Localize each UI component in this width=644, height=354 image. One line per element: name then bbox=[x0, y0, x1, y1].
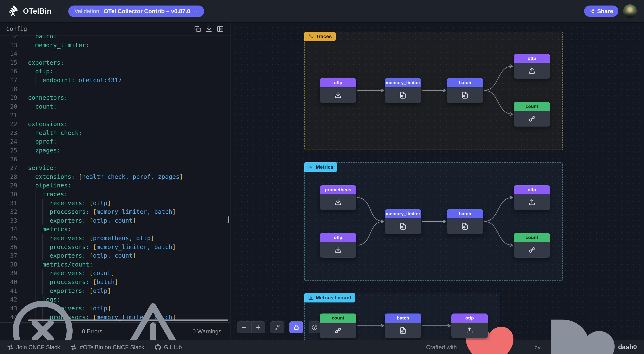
dash0-logo-icon[interactable] bbox=[544, 311, 615, 354]
code-line-36: 36processors: [memory_limiter, batch] bbox=[0, 243, 230, 252]
node-label: batch bbox=[447, 209, 483, 218]
node-label: batch bbox=[385, 313, 421, 322]
code-line-33: 33exporters: [otlp, count] bbox=[0, 216, 230, 225]
code-line-28: 28extensions: [health_check, pprof, zpag… bbox=[0, 173, 230, 181]
share-icon bbox=[590, 9, 594, 14]
dash0-brand-name[interactable]: dash0 bbox=[618, 343, 637, 351]
credit-by: by bbox=[534, 344, 540, 351]
node-receiver-prometheus[interactable]: prometheus bbox=[320, 185, 356, 210]
minus-icon bbox=[241, 324, 247, 330]
node-label: count bbox=[320, 313, 356, 322]
vertical-scrollbar-thumb[interactable] bbox=[228, 216, 229, 223]
download-config-button[interactable] bbox=[205, 26, 212, 33]
inbox-down-icon bbox=[334, 91, 342, 99]
node-connector-count[interactable]: count bbox=[514, 102, 550, 127]
node-label: otlp bbox=[514, 185, 550, 194]
validation-value: OTel Collector Contrib – v0.87.0 bbox=[104, 8, 190, 15]
unplug-icon bbox=[334, 326, 342, 334]
code-line-35: 35receivers: [prometheus, otlp] bbox=[0, 234, 230, 243]
code-line-14: 14 bbox=[0, 50, 230, 59]
file-cog-icon bbox=[399, 326, 407, 334]
node-connector-count[interactable]: count bbox=[514, 233, 550, 258]
code-line-19: 19connectors: bbox=[0, 94, 230, 102]
node-receiver-otlp[interactable]: otlp bbox=[320, 233, 356, 258]
node-label: count bbox=[514, 102, 550, 111]
app-header: OTelBin Validation: OTel Collector Contr… bbox=[0, 0, 644, 23]
join-cncf-slack-link[interactable]: Join CNCF Slack bbox=[7, 344, 60, 351]
code-line-22: 22extensions: bbox=[0, 120, 230, 129]
github-icon bbox=[155, 344, 161, 350]
code-line-39: 39receivers: [count] bbox=[0, 269, 230, 278]
warnings-label: 0 Warnings bbox=[192, 328, 222, 335]
code-line-41: 41exporters: [otlp] bbox=[0, 287, 230, 295]
lock-button[interactable] bbox=[290, 321, 303, 333]
user-avatar[interactable] bbox=[623, 4, 637, 18]
fit-view-button[interactable] bbox=[270, 321, 284, 333]
code-line-21: 21 bbox=[0, 111, 230, 120]
plus-icon bbox=[255, 324, 262, 330]
node-label: otlp bbox=[320, 233, 356, 242]
node-exporter-otlp[interactable]: otlp bbox=[452, 313, 488, 338]
node-connector-count[interactable]: count bbox=[320, 313, 356, 338]
copy-config-button[interactable] bbox=[194, 26, 201, 33]
inbox-down-icon bbox=[334, 198, 342, 206]
collapse-editor-button[interactable] bbox=[216, 26, 224, 33]
app-title: OTelBin bbox=[23, 7, 52, 16]
node-label: batch bbox=[447, 78, 483, 87]
shrink-icon bbox=[274, 324, 280, 330]
header-divider bbox=[60, 6, 60, 17]
tray-up-icon bbox=[466, 326, 474, 334]
code-line-31: 31receivers: [otlp] bbox=[0, 199, 230, 208]
config-editor-panel: Config 12batch:13memory_limiter:1415expo… bbox=[0, 23, 230, 340]
zoom-out-button[interactable] bbox=[237, 321, 251, 333]
otelbin-logo-icon bbox=[7, 5, 19, 18]
code-line-15: 15exporters: bbox=[0, 59, 230, 67]
code-line-34: 34metrics: bbox=[0, 225, 230, 234]
node-label: otlp bbox=[320, 78, 356, 87]
node-processor-memory_limiter[interactable]: memory_limiter bbox=[385, 209, 421, 234]
unplug-icon bbox=[528, 115, 536, 123]
unplug-icon bbox=[528, 246, 536, 254]
waypoints-icon bbox=[308, 34, 314, 39]
slack-icon bbox=[7, 344, 14, 350]
code-line-25: 25zpages: bbox=[0, 146, 230, 155]
chart-icon bbox=[308, 164, 314, 170]
yaml-editor[interactable]: 12batch:13memory_limiter:1415exporters:1… bbox=[0, 36, 230, 322]
node-processor-batch[interactable]: batch bbox=[385, 313, 421, 338]
node-processor-batch[interactable]: batch bbox=[447, 209, 483, 234]
otelbin-cncf-slack-link[interactable]: #OTelBin on CNCF Slack bbox=[71, 344, 144, 351]
code-line-23: 23health_check: bbox=[0, 129, 230, 138]
pipeline-badge-metrics-count: Metrics / count bbox=[304, 293, 355, 302]
code-line-32: 32processors: [memory_limiter, batch] bbox=[0, 208, 230, 216]
chevron-down-icon bbox=[193, 9, 198, 14]
node-exporter-otlp[interactable]: otlp bbox=[514, 54, 550, 79]
lock-icon bbox=[293, 324, 300, 330]
brand: OTelBin bbox=[7, 5, 52, 18]
node-processor-batch[interactable]: batch bbox=[447, 78, 483, 103]
node-receiver-otlp[interactable]: otlp bbox=[320, 78, 356, 103]
code-line-18: 18 bbox=[0, 85, 230, 94]
code-line-27: 27service: bbox=[0, 164, 230, 173]
code-line-16: 16otlp: bbox=[0, 67, 230, 76]
code-line-37: 37exporters: [otlp, count] bbox=[0, 251, 230, 260]
code-line-30: 30traces: bbox=[0, 190, 230, 199]
status-bar: 0 Errors 0 Warnings bbox=[0, 322, 230, 340]
github-link[interactable]: GitHub bbox=[155, 344, 182, 351]
node-label: memory_limiter bbox=[385, 209, 421, 218]
pipeline-visualization[interactable]: TracesMetricsMetrics / countotlpmemory_l… bbox=[230, 23, 644, 340]
help-button[interactable] bbox=[308, 321, 320, 333]
zoom-in-button[interactable] bbox=[251, 321, 265, 333]
node-exporter-otlp[interactable]: otlp bbox=[514, 185, 550, 210]
share-button[interactable]: Share bbox=[584, 6, 618, 17]
node-processor-memory_limiter[interactable]: memory_limiter bbox=[385, 78, 421, 103]
file-cog-icon bbox=[399, 91, 407, 99]
code-line-20: 20count: bbox=[0, 102, 230, 111]
help-icon bbox=[312, 324, 318, 330]
code-line-26: 26 bbox=[0, 155, 230, 164]
code-line-12: 12batch: bbox=[0, 36, 230, 41]
file-cog-icon bbox=[399, 222, 407, 230]
code-line-17: 17endpoint: otelcol:4317 bbox=[0, 76, 230, 85]
node-label: count bbox=[514, 233, 550, 242]
file-cog-icon bbox=[461, 222, 469, 230]
validation-dropdown[interactable]: Validation: OTel Collector Contrib – v0.… bbox=[68, 6, 204, 17]
